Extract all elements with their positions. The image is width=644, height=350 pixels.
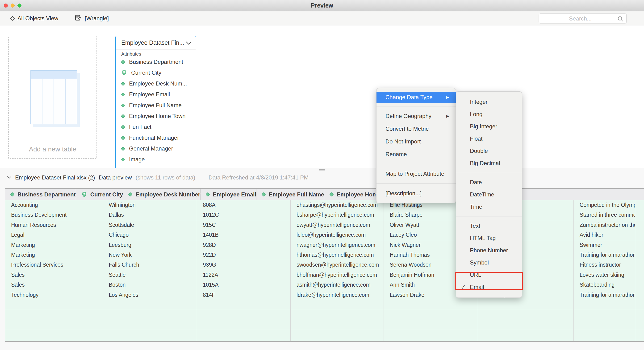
cell-desk-number xyxy=(197,330,291,340)
cell-desk-number: 1122A xyxy=(197,270,291,280)
cell-extra xyxy=(635,220,644,230)
attribute-item[interactable]: Employee Email xyxy=(116,89,196,100)
dataset-panel: Employee Dataset Fin... Attributes Busin… xyxy=(115,36,196,168)
column-header-label: Employee Email xyxy=(213,191,256,198)
cell-business-department: Sales xyxy=(5,270,103,280)
collapse-chevron-icon[interactable] xyxy=(7,175,11,180)
submenu-item-date[interactable]: Date xyxy=(456,176,522,188)
submenu-item-phone-number[interactable]: Phone Number xyxy=(456,244,522,256)
cell-extra xyxy=(635,260,644,270)
cell-email xyxy=(291,300,384,310)
wrangle-label: [Wrangle] xyxy=(85,15,109,22)
search-input[interactable] xyxy=(542,14,619,23)
cell-full-name xyxy=(384,320,478,330)
wrangle-button[interactable]: [Wrangle] xyxy=(75,11,109,25)
cell-business-department: Legal xyxy=(5,230,103,240)
dataset-title: Employee Dataset Fin... xyxy=(121,39,186,46)
submenu-item-double[interactable]: Double xyxy=(456,145,522,157)
attribute-item[interactable]: Employee Home Town xyxy=(116,111,196,122)
menu-item-change-data-type[interactable]: Change Data Type ▶ xyxy=(376,92,456,103)
add-table-label: Add a new table xyxy=(9,146,96,153)
menu-item-define-geography[interactable]: Define Geography ▶ xyxy=(376,110,456,123)
submenu-item-text[interactable]: Text xyxy=(456,220,522,232)
cell-desk-number: 939G xyxy=(197,260,291,270)
attribute-diamond-icon xyxy=(121,114,125,118)
cell-current-city xyxy=(103,310,197,320)
submenu-item-integer[interactable]: Integer xyxy=(456,96,522,108)
attribute-item[interactable]: Employee Desk Num... xyxy=(116,78,196,89)
table-row: Marketing Leesburg 928D nwagner@hyperint… xyxy=(5,240,644,250)
cell-current-city: Seattle xyxy=(103,270,197,280)
submenu-arrow-icon: ▶ xyxy=(446,92,456,103)
menu-item-do-not-import[interactable]: Do Not Import xyxy=(376,135,456,148)
submenu-item-time[interactable]: Time xyxy=(456,201,522,213)
add-table-dropzone[interactable]: Add a new table xyxy=(8,36,97,159)
column-header[interactable]: Business Department xyxy=(5,189,76,200)
attribute-item[interactable]: Employee Full Name xyxy=(116,100,196,111)
submenu-item-symbol[interactable]: Symbol xyxy=(456,256,522,269)
cell-desk-number: 922D xyxy=(197,250,291,260)
attribute-item[interactable]: Fun Fact xyxy=(116,122,196,132)
cell-extra xyxy=(635,340,644,342)
cell-desk-number: 814F xyxy=(197,290,291,300)
attribute-item[interactable]: Functional Manager xyxy=(116,132,196,143)
column-header[interactable]: Employee Email xyxy=(200,189,256,200)
attribute-diamond-icon xyxy=(262,192,266,196)
attribute-item[interactable] xyxy=(116,165,196,168)
cell-full-name xyxy=(384,300,478,310)
cell-fun-fact: Skateboarding xyxy=(574,280,635,290)
cell-email: swoodsen@hyperintelligence.com xyxy=(291,260,384,270)
submenu-item-datetime[interactable]: DateTime xyxy=(456,188,522,201)
column-header[interactable]: Employee Full Name xyxy=(256,189,324,200)
column-header[interactable]: Current City xyxy=(76,189,123,200)
cell-fun-fact: Zumba instructor on the w xyxy=(574,220,635,230)
attribute-item[interactable]: Business Department xyxy=(116,56,196,67)
cell-business-department: Technology xyxy=(5,290,103,300)
cell-business-department: Business Development xyxy=(5,210,103,220)
table-row xyxy=(5,330,644,340)
cell-desk-number: 928D xyxy=(197,240,291,250)
cell-current-city: Los Angeles xyxy=(103,290,197,300)
cell-home-town xyxy=(478,330,574,340)
cell-current-city xyxy=(103,320,197,330)
attribute-item[interactable]: Current City xyxy=(116,67,196,78)
attribute-diamond-icon xyxy=(121,147,125,151)
menu-item-map-to-project-attribute[interactable]: Map to Project Attribute xyxy=(376,168,456,180)
cell-extra xyxy=(635,240,644,250)
splitter-drag-handle[interactable] xyxy=(319,169,325,171)
cell-desk-number xyxy=(197,300,291,310)
table-row: Accounting Wilmington 808A ehastings@hyp… xyxy=(5,200,644,210)
attribute-label: Employee Home Town xyxy=(129,113,186,119)
submenu-item-big-integer[interactable]: Big Integer xyxy=(456,120,522,133)
cell-email: ldrake@hyperintelligence.com xyxy=(291,290,384,300)
all-objects-view-button[interactable]: All Objects View xyxy=(11,11,58,25)
cell-current-city: Leesburg xyxy=(103,240,197,250)
window-title: Preview xyxy=(0,0,644,11)
search-icon xyxy=(617,16,624,23)
menu-item-rename[interactable]: Rename xyxy=(376,148,456,161)
submenu-item-float[interactable]: Float xyxy=(456,133,522,145)
column-header[interactable]: Employee Desk Number xyxy=(123,189,200,200)
table-row: Technology Los Angeles 814F ldrake@hyper… xyxy=(5,290,644,300)
cell-email: lcleo@hyperintelligence.com xyxy=(291,230,384,240)
submenu-item-big-decimal[interactable]: Big Decimal xyxy=(456,157,522,169)
cell-current-city: Wilmington xyxy=(103,200,197,210)
cell-desk-number: 1015A xyxy=(197,280,291,290)
attribute-item[interactable]: Image xyxy=(116,154,196,165)
submenu-item-long[interactable]: Long xyxy=(456,108,522,120)
cell-home-town xyxy=(478,300,574,310)
attribute-diamond-icon xyxy=(121,125,125,129)
cell-fun-fact xyxy=(574,340,635,342)
search-field xyxy=(538,13,627,23)
submenu-item-html-tag[interactable]: HTML Tag xyxy=(456,232,522,244)
attribute-item[interactable]: General Manager xyxy=(116,143,196,154)
menu-item-description[interactable]: [Description...] xyxy=(376,187,456,200)
dataset-dropdown[interactable]: Employee Dataset Fin... xyxy=(116,36,196,49)
tables-canvas: Add a new table Employee Dataset Fin... … xyxy=(0,25,644,168)
cell-full-name xyxy=(384,340,478,342)
menu-item-convert-to-metric[interactable]: Convert to Metric xyxy=(376,123,456,135)
column-header-label: Business Department xyxy=(18,191,76,198)
dataset-file-name: Employee Dataset Final.xlsx (2) xyxy=(15,174,95,181)
attribute-diamond-icon xyxy=(121,157,125,162)
attribute-diamond-icon xyxy=(329,192,334,196)
